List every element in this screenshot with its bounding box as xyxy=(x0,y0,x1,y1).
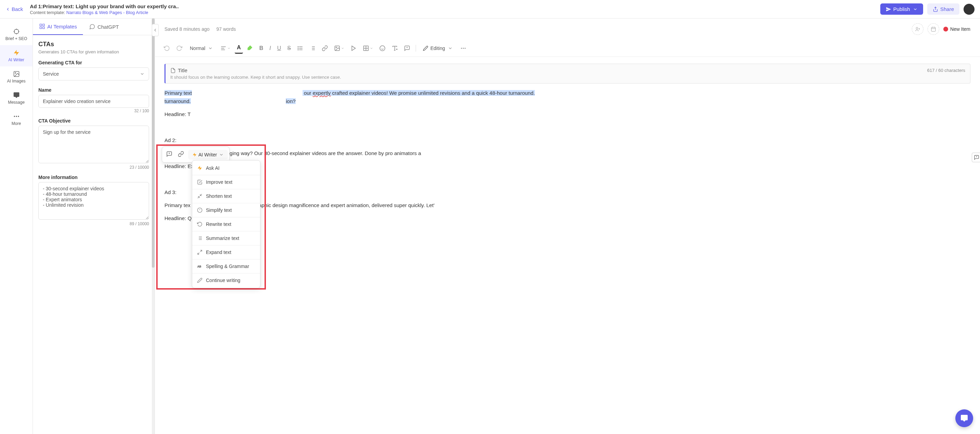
emoji-button[interactable] xyxy=(377,43,388,53)
ai-writer-dropdown[interactable]: AI Writer xyxy=(188,150,228,160)
comment-button[interactable] xyxy=(402,43,412,53)
title-label-text: Title xyxy=(178,67,188,73)
cta-section-title: CTAs xyxy=(38,41,149,48)
share-button[interactable]: Share xyxy=(927,3,959,15)
chevron-down-icon xyxy=(227,46,231,50)
italic-button[interactable]: I xyxy=(267,43,273,53)
svg-point-29 xyxy=(298,46,299,47)
shorten-icon xyxy=(197,193,202,199)
add-comment-button[interactable] xyxy=(164,148,175,161)
svg-rect-12 xyxy=(40,24,41,26)
add-user-button[interactable] xyxy=(912,23,923,35)
generating-for-select[interactable]: Service xyxy=(38,67,149,81)
lightning-icon xyxy=(192,152,197,157)
chat-icon xyxy=(960,414,968,422)
text-color-button[interactable]: A xyxy=(235,43,243,54)
svg-rect-19 xyxy=(931,27,935,32)
ai-menu-shorten[interactable]: Shorten text xyxy=(192,190,260,202)
svg-rect-15 xyxy=(43,27,45,29)
tab-ai-templates[interactable]: AI Templates xyxy=(33,19,83,35)
more-toolbar-button[interactable] xyxy=(458,43,468,53)
svg-point-52 xyxy=(465,48,466,49)
rail-ai-images[interactable]: AI Images xyxy=(0,67,33,88)
ai-menu-expand[interactable]: Expand text xyxy=(192,246,260,258)
templates-icon xyxy=(39,23,45,29)
insert-link-button[interactable] xyxy=(175,148,187,161)
svg-text:AB: AB xyxy=(197,265,201,268)
calendar-icon xyxy=(931,26,936,32)
target-icon xyxy=(13,28,20,35)
title-char-count: 617 / 60 characters xyxy=(927,68,965,73)
rail-more[interactable]: More xyxy=(0,109,33,130)
back-button[interactable]: Back xyxy=(5,6,23,12)
chevron-down-icon xyxy=(341,46,344,50)
underline-button[interactable]: U xyxy=(275,43,283,53)
rail-ai-writer[interactable]: AI Writer xyxy=(0,45,33,67)
ai-menu-simplify[interactable]: Simplify text xyxy=(192,204,260,216)
item-status[interactable]: New Item xyxy=(943,26,970,32)
editing-mode-select[interactable]: Editing xyxy=(419,43,456,53)
document-title: Ad 1:Primary text: Light up your brand w… xyxy=(30,3,880,9)
calendar-button[interactable] xyxy=(928,23,939,35)
insert-image-button[interactable] xyxy=(332,43,347,53)
link-icon xyxy=(322,45,328,51)
style-select[interactable]: Normal xyxy=(186,43,216,53)
video-button[interactable] xyxy=(348,43,359,53)
comment-plus-icon xyxy=(166,151,172,157)
objective-label: CTA Objective xyxy=(38,118,149,124)
objective-textarea[interactable] xyxy=(38,126,149,163)
ai-menu-continue[interactable]: Continue writing xyxy=(192,274,260,287)
undo-button[interactable] xyxy=(162,43,172,53)
spelling-icon: AB xyxy=(197,263,202,269)
title-field[interactable]: Title 617 / 60 characters It should focu… xyxy=(164,64,970,84)
template-link[interactable]: Narrato Blogs & Web Pages - Blog Article xyxy=(67,10,148,15)
svg-point-11 xyxy=(18,116,19,117)
rail-message[interactable]: Message xyxy=(0,88,33,109)
bullet-list-button[interactable] xyxy=(295,43,305,53)
link-button[interactable] xyxy=(320,43,330,53)
smile-icon xyxy=(379,45,385,51)
strikethrough-button[interactable]: S xyxy=(285,43,293,53)
ai-menu-rewrite[interactable]: Rewrite text xyxy=(192,218,260,230)
svg-rect-13 xyxy=(43,24,45,26)
document-icon xyxy=(170,68,176,73)
highlight-button[interactable] xyxy=(245,43,255,53)
highlighter-icon xyxy=(247,45,253,51)
name-input[interactable] xyxy=(38,95,149,108)
send-icon xyxy=(886,6,891,12)
editor-content[interactable]: Primary textxxxxxxxxxxxxxxxxxxxxxxxxxxxx… xyxy=(164,89,970,222)
status-dot-icon xyxy=(943,27,948,32)
publish-button[interactable]: Publish xyxy=(880,3,923,15)
redo-icon xyxy=(176,45,182,51)
chevron-down-icon xyxy=(219,152,224,157)
align-button[interactable] xyxy=(218,43,233,53)
table-button[interactable] xyxy=(361,43,375,53)
svg-rect-14 xyxy=(40,27,41,29)
user-avatar[interactable] xyxy=(964,4,975,15)
svg-marker-58 xyxy=(198,166,202,170)
ai-menu-ask[interactable]: Ask AI xyxy=(192,162,260,174)
lightning-icon xyxy=(197,165,202,171)
ai-menu-summarize[interactable]: Summarize text xyxy=(192,232,260,244)
ai-menu-improve[interactable]: Improve text xyxy=(192,176,260,188)
number-list-button[interactable] xyxy=(307,43,318,53)
sidebar-scrollbar[interactable] xyxy=(152,19,154,434)
play-icon xyxy=(350,45,357,51)
svg-point-51 xyxy=(463,48,464,49)
chat-fab[interactable] xyxy=(955,409,973,427)
tab-chatgpt[interactable]: ChatGPT xyxy=(83,19,125,35)
svg-point-10 xyxy=(16,116,17,117)
svg-line-70 xyxy=(200,250,202,252)
redo-button[interactable] xyxy=(174,43,185,53)
rail-brief-seo[interactable]: Brief + SEO xyxy=(0,24,33,45)
title-hint: It should focus on the learning outcome.… xyxy=(170,74,965,80)
more-info-textarea[interactable] xyxy=(38,182,149,220)
ai-menu-spelling[interactable]: AB Spelling & Grammar xyxy=(192,260,260,272)
document-subtitle: Content template: Narrato Blogs & Web Pa… xyxy=(30,10,880,15)
clear-format-button[interactable] xyxy=(390,43,400,53)
name-label: Name xyxy=(38,87,149,93)
chat-icon xyxy=(13,92,20,98)
bold-button[interactable]: B xyxy=(257,43,266,53)
add-comment-side-button[interactable] xyxy=(972,153,980,162)
collapse-sidebar-button[interactable] xyxy=(152,24,159,36)
